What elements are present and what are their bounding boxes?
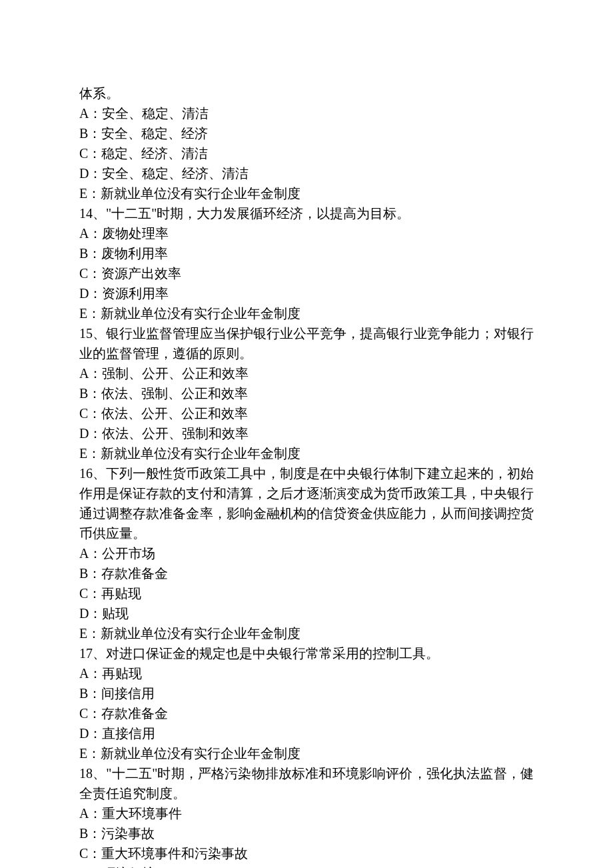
text-line: D：环境保护 <box>79 863 534 868</box>
text-line: C：资源产出效率 <box>79 263 534 283</box>
text-line: 17、对进口保证金的规定也是中央银行常常采用的控制工具。 <box>79 643 534 663</box>
text-line: E：新就业单位没有实行企业年金制度 <box>79 443 534 463</box>
text-line: D：资源利用率 <box>79 283 534 303</box>
text-line: D：直接信用 <box>79 723 534 743</box>
text-line: C：再贴现 <box>79 583 534 603</box>
text-line: 18、"十二五"时期，严格污染物排放标准和环境影响评价，强化执法监督，健全责任追… <box>79 763 534 803</box>
text-line: 15、银行业监督管理应当保护银行业公平竞争，提高银行业竞争能力；对银行业的监督管… <box>79 323 534 363</box>
text-line: B：污染事故 <box>79 823 534 843</box>
text-line: B：存款准备金 <box>79 563 534 583</box>
text-line: 体系。 <box>79 83 534 103</box>
text-line: 14、"十二五"时期，大力发展循环经济，以提高为目标。 <box>79 203 534 223</box>
text-line: C：存款准备金 <box>79 703 534 723</box>
text-line: A：安全、稳定、清洁 <box>79 103 534 123</box>
text-line: A：强制、公开、公正和效率 <box>79 363 534 383</box>
text-line: E：新就业单位没有实行企业年金制度 <box>79 303 534 323</box>
text-line: A：公开市场 <box>79 543 534 563</box>
text-line: B：依法、强制、公正和效率 <box>79 383 534 403</box>
text-line: E：新就业单位没有实行企业年金制度 <box>79 743 534 763</box>
text-line: C：重大环境事件和污染事故 <box>79 843 534 863</box>
text-line: C：稳定、经济、清洁 <box>79 143 534 163</box>
text-line: D：依法、公开、强制和效率 <box>79 423 534 443</box>
text-line: D：贴现 <box>79 603 534 623</box>
text-line: D：安全、稳定、经济、清洁 <box>79 163 534 183</box>
text-line: B：安全、稳定、经济 <box>79 123 534 143</box>
text-line: E：新就业单位没有实行企业年金制度 <box>79 183 534 203</box>
text-line: E：新就业单位没有实行企业年金制度 <box>79 623 534 643</box>
text-line: 16、下列一般性货币政策工具中，制度是在中央银行体制下建立起来的，初始作用是保证… <box>79 463 534 543</box>
text-line: A：再贴现 <box>79 663 534 683</box>
text-line: C：依法、公开、公正和效率 <box>79 403 534 423</box>
text-line: B：废物利用率 <box>79 243 534 263</box>
document-content: 体系。 A：安全、稳定、清洁 B：安全、稳定、经济 C：稳定、经济、清洁 D：安… <box>79 83 534 868</box>
text-line: B：间接信用 <box>79 683 534 703</box>
text-line: A：重大环境事件 <box>79 803 534 823</box>
text-line: A：废物处理率 <box>79 223 534 243</box>
